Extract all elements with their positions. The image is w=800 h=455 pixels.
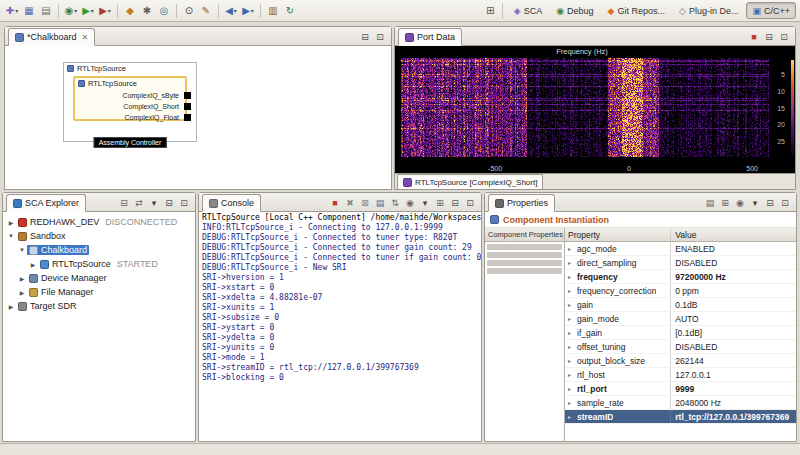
tree-item-target-sdr[interactable]: ▶Target SDR: [3, 299, 195, 313]
expander-icon[interactable]: ▸: [568, 245, 575, 252]
remove-all-launches-icon[interactable]: ⊠: [359, 196, 371, 209]
minimize-view-icon[interactable]: ⊟: [763, 30, 775, 43]
maximize-view-icon[interactable]: ⊡: [464, 196, 476, 209]
tree-item-redhawk-dev[interactable]: ▶REDHAWK_DEVDISCONNECTED: [3, 215, 195, 229]
spectrogram-plot[interactable]: Frequency (Hz) 510152025 -5000500: [395, 46, 795, 173]
toolbar-search-icon[interactable]: ⊙: [181, 3, 197, 19]
tree-item-device-manager[interactable]: ▶Device Manager: [3, 271, 195, 285]
chalkboard-diagram[interactable]: RTLTcpSource RTLTcpSource ComplexIQ_sByt…: [5, 46, 391, 189]
collapse-all-icon[interactable]: ⊟: [118, 196, 130, 209]
rtltcpsource-component[interactable]: RTLTcpSource RTLTcpSource ComplexIQ_sByt…: [63, 62, 197, 142]
minimize-view-icon[interactable]: ⊟: [163, 196, 175, 209]
property-row-frequency_correction[interactable]: ▸frequency_correction0 ppm: [565, 284, 796, 298]
port-complexiq_short[interactable]: ComplexIQ_Short: [75, 101, 185, 112]
property-row-rtl_host[interactable]: ▸rtl_host127.0.0.1: [565, 368, 796, 382]
expander-icon[interactable]: ▸: [568, 259, 575, 266]
expander-icon[interactable]: ▸: [568, 357, 575, 364]
expander-icon[interactable]: ▸: [568, 371, 575, 378]
pin-console-icon[interactable]: ◉: [404, 196, 416, 209]
expander-icon[interactable]: ▸: [568, 315, 575, 322]
minimize-view-icon[interactable]: ⊟: [449, 196, 461, 209]
property-row-frequency[interactable]: ▸frequency97200000 Hz: [565, 270, 796, 284]
tree-expander-icon[interactable]: ▶: [6, 219, 16, 226]
toolbar-save-icon[interactable]: ▦: [21, 3, 37, 19]
toolbar-build-icon[interactable]: ▥: [265, 3, 281, 19]
tree-expander-icon[interactable]: ▶: [17, 289, 27, 296]
scroll-lock-icon[interactable]: ⇅: [389, 196, 401, 209]
property-row-sample_rate[interactable]: ▸sample_rate2048000 Hz: [565, 396, 796, 410]
tab-chalkboard[interactable]: *Chalkboard ✕: [8, 28, 95, 46]
tree-expander-icon[interactable]: ▼: [17, 247, 27, 253]
clear-console-icon[interactable]: ▤: [374, 196, 386, 209]
terminate-icon[interactable]: ■: [329, 196, 341, 209]
toolbar-refresh-icon[interactable]: ↻: [282, 3, 298, 19]
toolbar-annotation-icon[interactable]: ✎: [198, 3, 214, 19]
uses-port-icon[interactable]: [184, 92, 191, 99]
tree-expander-icon[interactable]: ▶: [17, 275, 27, 282]
property-row-offset_tuning[interactable]: ▸offset_tuningDISABLED: [565, 340, 796, 354]
toolbar-target-sdr-icon[interactable]: ◎: [156, 3, 172, 19]
expander-icon[interactable]: ▸: [568, 287, 575, 294]
stop-plot-icon[interactable]: ■: [748, 30, 760, 43]
maximize-view-icon[interactable]: ⊡: [778, 30, 790, 43]
property-row-agc_mode[interactable]: ▸agc_modeENABLED: [565, 242, 796, 256]
perspective-debug[interactable]: ◉Debug: [550, 2, 599, 19]
perspective-c-c[interactable]: ▣C/C++: [746, 2, 796, 19]
toolbar-new-icon[interactable]: ✚▾: [4, 3, 20, 19]
perspective-git-repos[interactable]: ◆Git Repos...: [602, 2, 671, 19]
property-row-rtl_port[interactable]: ▸rtl_port9999: [565, 382, 796, 396]
port-complexiq_sbyte[interactable]: ComplexIQ_sByte: [75, 90, 185, 101]
tab-port-data[interactable]: Port Data: [398, 28, 462, 46]
component-properties-panel[interactable]: Component Properties: [485, 228, 565, 441]
property-row-if_gain[interactable]: ▸if_gain[0.1dB]: [565, 326, 796, 340]
toolbar-forward-icon[interactable]: ▶▾: [240, 3, 256, 19]
close-tab-icon[interactable]: ✕: [82, 33, 89, 42]
tree-expander-icon[interactable]: ▶: [6, 303, 16, 310]
uses-port-icon[interactable]: [184, 103, 191, 110]
open-console-icon[interactable]: ⊞: [434, 196, 446, 209]
tab-console[interactable]: Console: [202, 194, 261, 212]
toolbar-run-icon[interactable]: ▶▾: [80, 3, 96, 19]
toolbar-code-generator-icon[interactable]: ✱: [139, 3, 155, 19]
view-menu-icon[interactable]: ▾: [749, 196, 761, 209]
perspective-sca[interactable]: ◈SCA: [508, 2, 548, 19]
tab-rtltcpsource-complexiq-short[interactable]: RTLTcpSource [ComplexIQ_Short]: [397, 174, 543, 189]
column-header-value[interactable]: Value: [671, 228, 796, 241]
property-row-direct_sampling[interactable]: ▸direct_samplingDISABLED: [565, 256, 796, 270]
expander-icon[interactable]: ▸: [568, 273, 575, 280]
minimize-view-icon[interactable]: ⊟: [359, 30, 371, 43]
maximize-view-icon[interactable]: ⊡: [178, 196, 190, 209]
tree-expander-icon[interactable]: ▶: [28, 261, 38, 268]
maximize-view-icon[interactable]: ⊡: [779, 196, 791, 209]
console-output[interactable]: RTLTcpSource [Local C++ Component] /home…: [199, 212, 481, 441]
open-perspective-icon[interactable]: ⊞: [483, 3, 503, 19]
display-console-icon[interactable]: ▾: [419, 196, 431, 209]
uses-port-icon[interactable]: [184, 114, 191, 121]
property-row-gain[interactable]: ▸gain0.1dB: [565, 298, 796, 312]
expander-icon[interactable]: ▸: [568, 385, 575, 392]
tree-expander-icon[interactable]: ▼: [6, 233, 16, 239]
column-header-property[interactable]: Property: [565, 228, 671, 241]
toolbar-new-sca-project-icon[interactable]: ◆: [122, 3, 138, 19]
tree-item-rtltcpsource[interactable]: ▶RTLTcpSourceSTARTED: [3, 257, 195, 271]
expander-icon[interactable]: ▸: [568, 399, 575, 406]
property-row-gain_mode[interactable]: ▸gain_modeAUTO: [565, 312, 796, 326]
tree-item-chalkboard[interactable]: ▼Chalkboard: [3, 243, 195, 257]
pin-view-icon[interactable]: ◉: [734, 196, 746, 209]
view-menu-icon[interactable]: ▾: [148, 196, 160, 209]
toolbar-external-tools-icon[interactable]: ▶▾: [97, 3, 113, 19]
toolbar-print-icon[interactable]: ▤: [38, 3, 54, 19]
tree-item-file-manager[interactable]: ▶File Manager: [3, 285, 195, 299]
remove-launch-icon[interactable]: ✖: [344, 196, 356, 209]
rtltcpsource-component-body[interactable]: RTLTcpSource ComplexIQ_sByteComplexIQ_Sh…: [73, 76, 187, 121]
port-complexiq_float[interactable]: ComplexIQ_Float: [75, 112, 185, 123]
show-advanced-icon[interactable]: ⊞: [719, 196, 731, 209]
expander-icon[interactable]: ▸: [568, 413, 575, 420]
toolbar-debug-icon[interactable]: ◉▾: [63, 3, 79, 19]
tab-sca-explorer[interactable]: SCA Explorer: [6, 194, 86, 212]
tab-properties[interactable]: Properties: [488, 194, 555, 212]
toolbar-back-icon[interactable]: ◀▾: [223, 3, 239, 19]
expander-icon[interactable]: ▸: [568, 329, 575, 336]
expander-icon[interactable]: ▸: [568, 343, 575, 350]
property-row-output_block_size[interactable]: ▸output_block_size262144: [565, 354, 796, 368]
